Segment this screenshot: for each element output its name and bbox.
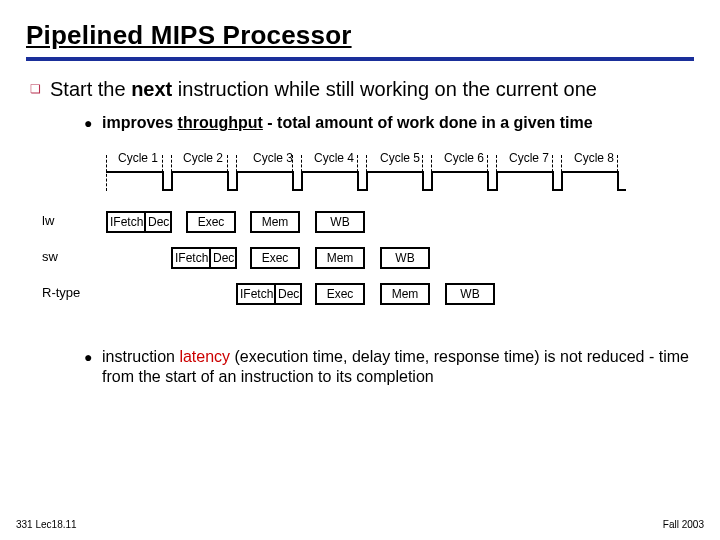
footer-left: 331 Lec18.11 <box>16 519 77 530</box>
dash-line-icon <box>106 155 107 191</box>
stage-ifetch: IFetch <box>171 247 211 269</box>
clock-low-icon <box>552 189 561 191</box>
stage-mem: Mem <box>380 283 430 305</box>
stage-exec: Exec <box>250 247 300 269</box>
instr-row-sw: sw IFetch Dec Exec Mem WB <box>90 247 690 275</box>
cycle-label: Cycle 7 <box>509 151 549 165</box>
clock-edge-icon <box>301 171 303 191</box>
bullet-text: improves throughput - total amount of wo… <box>102 113 593 133</box>
stage-ifetch: IFetch <box>106 211 146 233</box>
dot-bullet-icon: ● <box>84 347 98 367</box>
clock-edge-icon <box>561 171 563 191</box>
cycle-label: Cycle 3 <box>253 151 293 165</box>
stage-exec: Exec <box>315 283 365 305</box>
clock-low-icon <box>617 189 626 191</box>
clock-edge-icon <box>552 171 554 191</box>
text: - total amount of work done in a given t… <box>263 114 593 131</box>
clock-low-icon <box>357 189 366 191</box>
stage-dec: Dec <box>146 211 172 233</box>
clock-edge-icon <box>617 171 619 191</box>
clock-edge-icon <box>496 171 498 191</box>
bullet-level2: ● instruction latency (execution time, d… <box>84 347 694 387</box>
clock-edge-icon <box>236 171 238 191</box>
clock-low-icon <box>422 189 431 191</box>
bullet-level2: ● improves throughput - total amount of … <box>84 113 694 133</box>
footer: 331 Lec18.11 Fall 2003 <box>16 519 704 530</box>
stage-dec: Dec <box>211 247 237 269</box>
clock-low-icon <box>292 189 301 191</box>
stage-wb: WB <box>445 283 495 305</box>
instr-label: R-type <box>42 285 80 300</box>
clock-high-icon <box>431 171 487 173</box>
stage-mem: Mem <box>250 211 300 233</box>
square-bullet-icon: ❏ <box>30 77 44 101</box>
clock-edge-icon <box>171 171 173 191</box>
slide: Pipelined MIPS Processor ❏ Start the nex… <box>0 0 720 540</box>
cycle-label: Cycle 4 <box>314 151 354 165</box>
clock-edge-icon <box>366 171 368 191</box>
cycle-label: Cycle 8 <box>574 151 614 165</box>
bullet-level1: ❏ Start the next instruction while still… <box>30 77 694 101</box>
footer-right: Fall 2003 <box>663 519 704 530</box>
text: instruction <box>102 348 179 365</box>
text-red: latency <box>179 348 230 365</box>
clock-edge-icon <box>227 171 229 191</box>
stage-wb: WB <box>315 211 365 233</box>
clock-edge-icon <box>292 171 294 191</box>
text: instruction while still working on the c… <box>172 78 597 100</box>
instr-row-lw: lw IFetch Dec Exec Mem WB <box>90 211 690 239</box>
cycle-label: Cycle 6 <box>444 151 484 165</box>
cycle-waveform: Cycle 1 Cycle 2 Cycle 3 Cycle 4 Cycle 5 … <box>106 151 646 197</box>
page-title: Pipelined MIPS Processor <box>26 20 352 50</box>
clock-high-icon <box>301 171 357 173</box>
text: Start the <box>50 78 131 100</box>
clock-high-icon <box>366 171 422 173</box>
clock-high-icon <box>171 171 227 173</box>
clock-high-icon <box>106 171 162 173</box>
cycle-label: Cycle 2 <box>183 151 223 165</box>
clock-high-icon <box>236 171 292 173</box>
bullet-text: instruction latency (execution time, del… <box>102 347 694 387</box>
text-bold: next <box>131 78 172 100</box>
bullet-text: Start the next instruction while still w… <box>50 77 597 101</box>
dot-bullet-icon: ● <box>84 113 98 133</box>
text-underline: throughput <box>178 114 263 131</box>
clock-edge-icon <box>487 171 489 191</box>
cycle-label: Cycle 5 <box>380 151 420 165</box>
clock-high-icon <box>561 171 617 173</box>
stage-wb: WB <box>380 247 430 269</box>
clock-low-icon <box>162 189 171 191</box>
clock-edge-icon <box>431 171 433 191</box>
cycle-label: Cycle 1 <box>118 151 158 165</box>
clock-edge-icon <box>162 171 164 191</box>
stage-dec: Dec <box>276 283 302 305</box>
instr-label: lw <box>42 213 54 228</box>
title-wrap: Pipelined MIPS Processor <box>26 20 694 61</box>
stage-exec: Exec <box>186 211 236 233</box>
stage-ifetch: IFetch <box>236 283 276 305</box>
text: improves <box>102 114 178 131</box>
instr-label: sw <box>42 249 58 264</box>
instr-row-rtype: R-type IFetch Dec Exec Mem WB <box>90 283 690 311</box>
pipeline-diagram: Cycle 1 Cycle 2 Cycle 3 Cycle 4 Cycle 5 … <box>90 151 690 331</box>
stage-mem: Mem <box>315 247 365 269</box>
clock-high-icon <box>496 171 552 173</box>
clock-low-icon <box>227 189 236 191</box>
clock-edge-icon <box>357 171 359 191</box>
clock-edge-icon <box>422 171 424 191</box>
clock-low-icon <box>487 189 496 191</box>
